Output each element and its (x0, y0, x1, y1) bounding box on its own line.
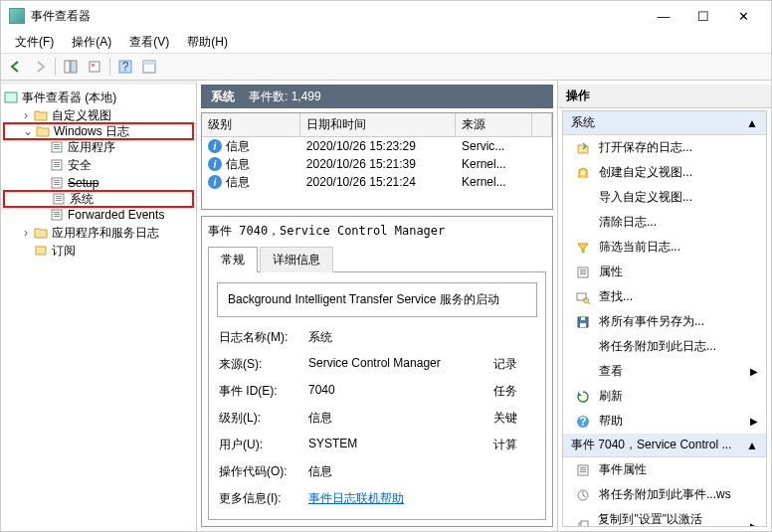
attach-icon (575, 487, 591, 503)
tab-details[interactable]: 详细信息 (260, 247, 333, 272)
action-item[interactable]: 事件属性 (563, 457, 766, 482)
action-label: 导入自定义视图... (599, 189, 692, 206)
action-label: 复制到"设置"以激活 Window (598, 511, 742, 527)
table-row[interactable]: i信息2020/10/26 15:21:39Kernel... (202, 155, 552, 173)
help-icon: ? (575, 414, 591, 430)
tree-item-label: Setup (68, 176, 98, 190)
maximize-button[interactable]: ☐ (683, 1, 723, 31)
actions-title: 操作 (558, 85, 771, 108)
svg-rect-11 (54, 146, 60, 147)
action-item[interactable]: 查看▶ (563, 359, 766, 384)
svg-rect-26 (54, 212, 60, 213)
prop-value[interactable]: 事件日志联机帮助 (308, 490, 493, 507)
col-extra[interactable] (532, 113, 552, 136)
svg-rect-18 (54, 180, 60, 181)
help-button[interactable]: ? (114, 56, 136, 78)
folder-icon (33, 108, 49, 122)
blank-icon (575, 339, 591, 355)
tree-item-label: 应用程序 (68, 139, 115, 156)
svg-text:?: ? (122, 60, 129, 74)
col-datetime[interactable]: 日期和时间 (300, 113, 456, 136)
folder-icon (35, 124, 51, 138)
action-item[interactable]: 打开保存的日志... (563, 135, 766, 160)
blank-icon (575, 364, 591, 380)
prop-extra: 关键 (493, 410, 535, 427)
action-label: 清除日志... (599, 214, 657, 231)
chevron-right-icon: ▶ (750, 366, 758, 377)
tree-item-3[interactable]: 安全 (3, 156, 194, 174)
cell-level: 信息 (226, 139, 250, 153)
action-item[interactable]: 清除日志... (563, 210, 766, 235)
action-item[interactable]: 筛选当前日志... (563, 235, 766, 260)
action-item[interactable]: 将任务附加到此日志... (563, 334, 766, 359)
action-item[interactable]: 创建自定义视图... (563, 160, 766, 185)
minimize-button[interactable]: — (644, 1, 683, 31)
refresh-icon (575, 389, 591, 405)
action-item[interactable]: 刷新 (563, 384, 766, 409)
svg-rect-39 (580, 323, 586, 327)
tab-general[interactable]: 常规 (208, 247, 258, 272)
chevron-up-icon: ▲ (746, 116, 758, 130)
table-row[interactable]: i信息2020/10/26 15:21:24Kernel... (202, 173, 552, 191)
tree-item-label: Windows 日志 (54, 123, 129, 140)
twisty-icon[interactable]: › (19, 108, 33, 122)
action-section-header[interactable]: 系统▲ (563, 111, 766, 135)
action-item[interactable]: ?帮助▶ (563, 409, 766, 434)
svg-rect-46 (580, 471, 586, 472)
menubar: 文件(F) 操作(A) 查看(V) 帮助(H) (1, 31, 771, 53)
twisty-icon[interactable]: ⌄ (21, 124, 35, 138)
menu-file[interactable]: 文件(F) (7, 32, 62, 53)
col-source[interactable]: 来源 (456, 113, 532, 136)
eventviewer-icon (3, 90, 19, 104)
tree-item-2[interactable]: 应用程序 (3, 138, 194, 156)
svg-line-37 (588, 302, 590, 304)
tree-root-label: 事件查看器 (本地) (22, 89, 116, 106)
svg-rect-3 (92, 64, 95, 67)
table-row[interactable]: i信息2020/10/26 15:23:29Servic... (202, 137, 552, 155)
log-name: 系统 (211, 89, 235, 105)
filter-icon (575, 240, 591, 256)
action-item[interactable]: 复制到"设置"以激活 Window▶ (563, 507, 766, 527)
cell-datetime: 2020/10/26 15:21:39 (300, 157, 456, 171)
action-item[interactable]: 属性 (563, 260, 766, 284)
cell-source: Servic... (456, 139, 532, 153)
menu-action[interactable]: 操作(A) (64, 32, 119, 53)
close-button[interactable]: ✕ (723, 1, 763, 31)
prop-value: SYSTEM (308, 437, 493, 453)
tree-root[interactable]: 事件查看器 (本地) (3, 89, 194, 106)
action-item[interactable]: 查找... (563, 284, 766, 309)
twisty-icon[interactable]: › (19, 226, 33, 240)
prop-extra (493, 490, 535, 507)
action-item[interactable]: 将所有事件另存为... (563, 309, 766, 334)
tree-panel[interactable]: 事件查看器 (本地) ›自定义视图⌄Windows 日志应用程序安全Setup系… (1, 81, 197, 531)
panel-button[interactable] (138, 56, 160, 78)
forward-button[interactable] (29, 56, 51, 78)
section-label: 事件 7040，Service Control ... (571, 437, 731, 453)
properties-button[interactable] (84, 56, 105, 78)
tree-item-8[interactable]: 订阅 (3, 242, 194, 260)
col-level[interactable]: 级别 (202, 113, 300, 136)
tree-item-7[interactable]: ›应用程序和服务日志 (3, 224, 194, 242)
svg-point-30 (581, 171, 585, 175)
action-item[interactable]: 导入自定义视图... (563, 185, 766, 210)
grid-header[interactable]: 级别 日期和时间 来源 (202, 113, 552, 137)
props-icon (575, 462, 591, 478)
action-label: 打开保存的日志... (599, 139, 692, 156)
log-icon (49, 176, 65, 190)
menu-view[interactable]: 查看(V) (121, 32, 177, 53)
action-item[interactable]: 将任务附加到此事件...ws (563, 482, 766, 507)
action-label: 刷新 (599, 388, 623, 405)
event-grid[interactable]: 级别 日期和时间 来源 i信息2020/10/26 15:23:29Servic… (201, 112, 553, 210)
back-button[interactable] (5, 56, 27, 78)
action-section-header[interactable]: 事件 7040，Service Control ...▲ (563, 434, 766, 457)
tab-body-general: Background Intelligent Transfer Service … (208, 271, 546, 520)
menu-help[interactable]: 帮助(H) (179, 32, 236, 53)
svg-rect-24 (56, 200, 62, 201)
event-message: Background Intelligent Transfer Service … (217, 282, 537, 317)
center-panel: 系统 事件数: 1,499 级别 日期和时间 来源 i信息2020/10/26 … (197, 81, 558, 531)
show-tree-button[interactable] (60, 56, 82, 78)
find-icon (575, 289, 591, 305)
info-icon: i (208, 157, 222, 171)
prop-value: 信息 (308, 410, 493, 427)
tree-item-6[interactable]: Forwarded Events (3, 206, 194, 224)
